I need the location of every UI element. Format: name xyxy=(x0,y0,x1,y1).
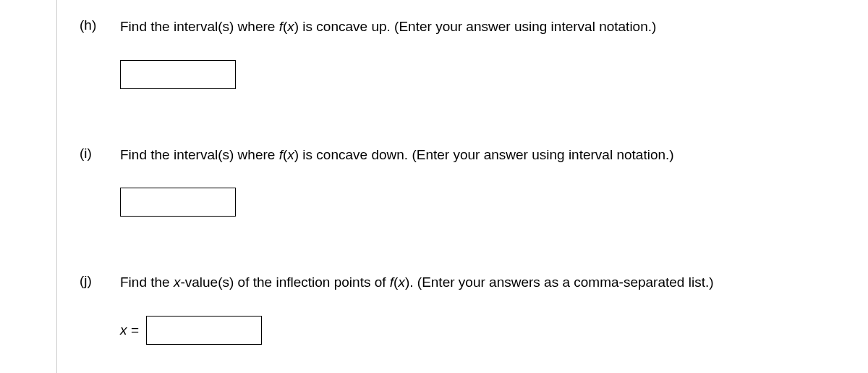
question-list: (h) Find the interval(s) where f(x) is c… xyxy=(0,0,868,345)
text-part: Find the interval(s) where xyxy=(120,19,279,34)
question-j-text: Find the x-value(s) of the inflection po… xyxy=(120,273,868,293)
text-part: Find the xyxy=(120,274,174,290)
question-h-body: Find the interval(s) where f(x) is conca… xyxy=(120,17,868,89)
prefix-var: x xyxy=(120,322,127,338)
question-i-text: Find the interval(s) where f(x) is conca… xyxy=(120,146,868,165)
question-i: (i) Find the interval(s) where f(x) is c… xyxy=(80,146,868,217)
text-part: is concave up. (Enter your answer using … xyxy=(299,19,656,34)
question-h-label: (h) xyxy=(80,17,120,89)
question-j-body: Find the x-value(s) of the inflection po… xyxy=(120,273,868,345)
variable-name: x xyxy=(287,19,294,34)
variable-name: x xyxy=(174,274,181,290)
variable-name: x xyxy=(287,147,294,162)
question-j: (j) Find the x-value(s) of the inflectio… xyxy=(80,273,868,345)
text-part: . (Enter your answers as a comma-separat… xyxy=(409,274,713,290)
prefix-equals: = xyxy=(127,322,139,338)
question-h-text: Find the interval(s) where f(x) is conca… xyxy=(120,17,868,37)
question-i-input[interactable] xyxy=(120,188,236,217)
question-j-input[interactable] xyxy=(146,316,262,345)
question-j-prefix: x = xyxy=(120,322,139,338)
question-j-label: (j) xyxy=(80,273,120,345)
vertical-divider xyxy=(56,0,57,373)
variable-name: x xyxy=(398,274,405,290)
text-part: -value(s) of the inflection points of xyxy=(180,274,389,290)
question-h-input[interactable] xyxy=(120,60,236,89)
question-j-answer-row: x = xyxy=(120,316,868,345)
text-part: is concave down. (Enter your answer usin… xyxy=(299,147,674,162)
question-i-label: (i) xyxy=(80,146,120,217)
text-part: Find the interval(s) where xyxy=(120,147,279,162)
question-h: (h) Find the interval(s) where f(x) is c… xyxy=(80,17,868,89)
question-i-body: Find the interval(s) where f(x) is conca… xyxy=(120,146,868,217)
